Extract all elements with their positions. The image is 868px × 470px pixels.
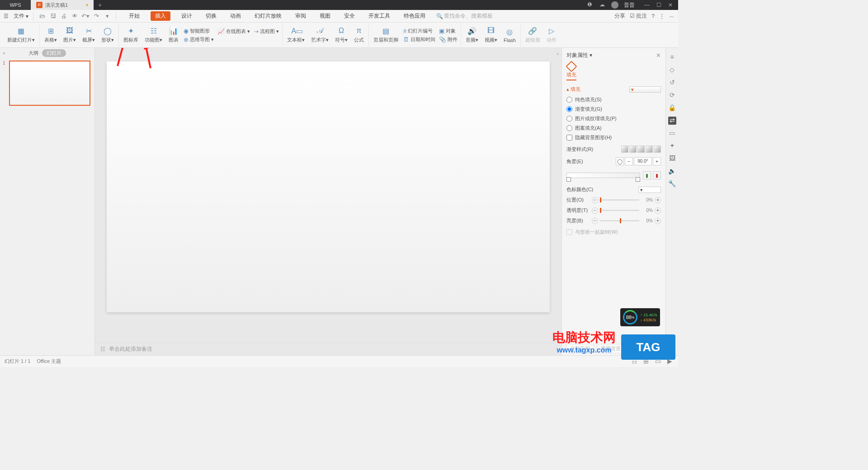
feature-button[interactable]: ☷功能图▾ <box>142 26 165 44</box>
angle-value[interactable]: 90.0° <box>634 157 652 165</box>
share-button[interactable]: 分享 <box>614 12 625 20</box>
help-icon[interactable]: ? <box>651 13 655 19</box>
document-tab[interactable]: P 演示文稿1 • <box>31 0 94 10</box>
wordart-button[interactable]: 𝒜艺术字▾ <box>308 26 331 44</box>
picture-fill-option[interactable]: 图片或纹理填充(P) <box>566 115 661 122</box>
tab-animation[interactable]: 动画 <box>227 11 244 21</box>
gradient-fill-option[interactable]: 渐变填充(G) <box>566 106 661 113</box>
tab-insert[interactable]: 插入 <box>151 11 170 21</box>
picture-button[interactable]: 🖼图片▾ <box>61 26 79 44</box>
tab-devtools[interactable]: 开发工具 <box>366 11 393 21</box>
sidebar-diamond-icon[interactable]: ◇ <box>668 66 676 74</box>
gradient-stops[interactable] <box>566 173 640 182</box>
textbox-button[interactable]: A▭文本框▾ <box>284 26 307 44</box>
brightness-minus[interactable]: − <box>592 218 598 224</box>
tab-start[interactable]: 开始 <box>126 11 142 21</box>
solid-fill-option[interactable]: 纯色填充(S) <box>566 96 661 103</box>
brightness-slider[interactable] <box>600 220 639 221</box>
tab-design[interactable]: 设计 <box>179 11 195 21</box>
annotate-button[interactable]: ☑ 批注 <box>630 12 647 20</box>
sidebar-layout-icon[interactable]: ▭ <box>668 129 676 137</box>
equation-button[interactable]: π公式 <box>351 26 367 44</box>
tab-view[interactable]: 视图 <box>317 11 333 21</box>
save-icon[interactable]: 🖫 <box>49 13 57 19</box>
redo-icon[interactable]: ↷ <box>92 13 100 19</box>
position-slider[interactable] <box>600 199 639 201</box>
tab-security[interactable]: 安全 <box>341 11 358 21</box>
cloud-icon[interactable]: ☁ <box>599 1 606 9</box>
preview-icon[interactable]: 👁 <box>71 13 79 19</box>
online-chart-button[interactable]: 📈在线图表 ▾ <box>216 28 251 35</box>
new-tab-button[interactable]: + <box>94 1 106 9</box>
remove-stop-button[interactable]: ▮ <box>653 171 661 179</box>
transparency-plus[interactable]: + <box>655 207 661 214</box>
network-speed-widget[interactable]: 88% ↑ 15.4K/s ↓ 433K/s <box>620 308 660 326</box>
user-avatar[interactable] <box>611 1 618 9</box>
chart-button[interactable]: 📊图表 <box>166 26 181 44</box>
sidebar-speaker-icon[interactable]: 🔈 <box>668 167 676 175</box>
mindmap-button[interactable]: ⊕思维导图 ▾ <box>182 36 215 43</box>
gradient-style-picker[interactable] <box>621 146 661 153</box>
transparency-slider[interactable] <box>600 210 639 211</box>
close-button[interactable]: ✕ <box>667 2 674 8</box>
flash-button[interactable]: ◎Flash <box>501 27 519 44</box>
smart-button[interactable]: ◉智能图形 <box>182 27 215 35</box>
fill-tab[interactable]: 填充 <box>566 62 576 80</box>
command-search[interactable]: 🔍 查找命令、搜索模板 <box>436 12 493 20</box>
slide-thumbnail[interactable] <box>9 61 90 106</box>
sidebar-tool-icon[interactable]: 🔧 <box>668 180 676 188</box>
sidebar-new-icon[interactable]: ↺ <box>668 79 676 87</box>
undo-icon[interactable]: ↶▾ <box>81 13 90 19</box>
tab-slideshow[interactable]: 幻灯片放映 <box>252 11 284 21</box>
sidebar-lock-icon[interactable]: 🔒 <box>668 104 676 112</box>
collapse-ribbon-icon[interactable]: ︿ <box>669 12 675 20</box>
brightness-plus[interactable]: + <box>655 218 661 224</box>
maximize-button[interactable]: ☐ <box>656 2 662 8</box>
shape-button[interactable]: ◯形状▾ <box>99 26 117 44</box>
stop-color-picker[interactable]: ▾ <box>638 187 661 193</box>
transparency-minus[interactable]: − <box>592 207 598 214</box>
sidebar-picture-icon[interactable]: 🖼 <box>668 155 676 163</box>
qat-customize-icon[interactable]: ▾ <box>103 13 111 19</box>
position-minus[interactable]: − <box>592 197 598 203</box>
position-plus[interactable]: + <box>655 197 661 203</box>
iconlib-button[interactable]: ✦图标库 <box>121 26 141 44</box>
screenshot-button[interactable]: ✂截屏▾ <box>80 26 98 44</box>
symbol-button[interactable]: Ω符号▾ <box>332 26 350 44</box>
outline-tab[interactable]: 大纲 <box>28 50 38 56</box>
print-icon[interactable]: 🖨 <box>60 13 68 19</box>
expand-pane-icon[interactable]: ‹ <box>557 51 559 57</box>
table-button[interactable]: ⊞表格▾ <box>42 26 60 44</box>
notification-icon[interactable]: ❶ <box>586 1 593 9</box>
fill-section-header[interactable]: ▴ 填充 ▾ <box>566 86 661 93</box>
wps-logo[interactable]: WPS <box>0 0 31 10</box>
hide-bg-checkbox[interactable]: 隐藏背景图形(H) <box>566 134 661 141</box>
add-stop-button[interactable]: ▮ <box>643 171 651 179</box>
video-button[interactable]: 🎞视频▾ <box>482 26 500 44</box>
slide-no-button[interactable]: #幻灯片编号 <box>402 27 437 35</box>
new-slide-button[interactable]: ▦ 新建幻灯片▾ <box>5 26 38 44</box>
tab-review[interactable]: 审阅 <box>292 11 309 21</box>
fill-preview-swatch[interactable]: ▾ <box>629 86 661 93</box>
angle-minus[interactable]: − <box>625 157 633 165</box>
object-button[interactable]: ▣对象 <box>438 27 459 35</box>
sidebar-properties-icon[interactable]: ⇄ <box>668 117 676 125</box>
notes-bar[interactable]: ☷ 单击此处添加备注 <box>95 343 561 355</box>
sidebar-animation-icon[interactable]: ✦ <box>668 142 676 150</box>
minimize-button[interactable]: — <box>644 2 650 8</box>
header-footer-button[interactable]: ▤页眉和页脚 <box>371 26 401 44</box>
angle-plus[interactable]: + <box>653 157 661 165</box>
sidebar-menu-icon[interactable]: ≡ <box>668 53 676 61</box>
open-icon[interactable]: 🗁 <box>38 13 46 19</box>
datetime-button[interactable]: 🗓日期和时间 <box>402 36 437 43</box>
slides-tab[interactable]: 幻灯片 <box>42 49 66 57</box>
slide-canvas[interactable] <box>107 61 550 312</box>
menu-icon[interactable]: ☰ <box>4 13 11 19</box>
file-menu[interactable]: 文件 ▾ <box>14 12 28 20</box>
tab-special[interactable]: 特色应用 <box>401 11 428 21</box>
flowchart-button[interactable]: ⇢流程图 ▾ <box>252 28 280 35</box>
attachment-button[interactable]: 📎附件 <box>438 36 459 43</box>
pane-close-icon[interactable]: ✕ <box>656 52 661 59</box>
angle-dial[interactable]: ◯ <box>616 157 624 165</box>
pattern-fill-option[interactable]: 图案填充(A) <box>566 125 661 132</box>
